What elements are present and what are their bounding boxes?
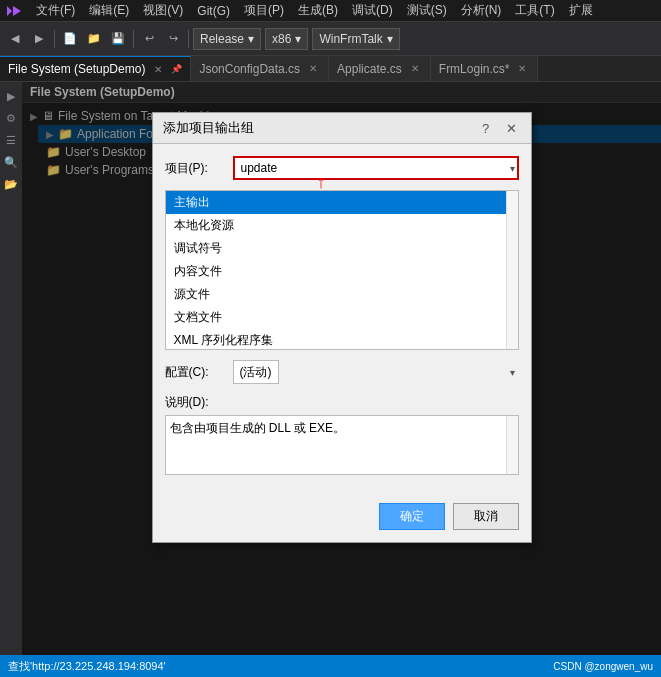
tab-pin-icon[interactable]: 📌 <box>171 64 182 74</box>
list-item-source-files[interactable]: 源文件 <box>166 283 518 306</box>
release-label: Release <box>200 32 244 46</box>
config-row: 配置(C): (活动) ▾ <box>165 360 519 384</box>
list-item-debug-symbols[interactable]: 调试符号 <box>166 237 518 260</box>
tab-file-system[interactable]: File System (SetupDemo) ✕ 📌 <box>0 56 191 81</box>
menubar: 文件(F) 编辑(E) 视图(V) Git(G) 项目(P) 生成(B) 调试(… <box>0 0 661 22</box>
sidebar-icon-1[interactable]: ▶ <box>1 86 21 106</box>
cancel-button[interactable]: 取消 <box>453 503 519 530</box>
sidebar-icon-3[interactable]: ☰ <box>1 130 21 150</box>
tab-frm-login-label: FrmLogin.cs* <box>439 62 510 76</box>
statusbar-right: CSDN @zongwen_wu <box>553 661 653 672</box>
dialog-help-button[interactable]: ? <box>477 119 495 137</box>
tab-file-system-label: File System (SetupDemo) <box>8 62 145 76</box>
config-select[interactable]: (活动) <box>233 360 279 384</box>
dialog-overlay: 添加项目输出组 ? ✕ 项目(P): update <box>22 82 661 655</box>
sidebar-icons: ▶ ⚙ ☰ 🔍 📂 <box>0 82 22 655</box>
tab-json[interactable]: JsonConfigData.cs ✕ <box>191 56 329 81</box>
list-item-xml-serialization[interactable]: XML 序列化程序集 <box>166 329 518 350</box>
ok-button[interactable]: 确定 <box>379 503 445 530</box>
release-dropdown[interactable]: Release ▾ <box>193 28 261 50</box>
toolbar-divider-1 <box>54 30 55 48</box>
config-select-container: (活动) ▾ <box>233 360 519 384</box>
project-row: 项目(P): update ▾ <box>165 156 519 180</box>
desc-text: 包含由项目生成的 DLL 或 EXE。 <box>170 421 346 435</box>
dialog-body: 项目(P): update ▾ ↑ 此处选择需要打包的主项目 <box>153 144 531 497</box>
undo-button[interactable]: ↩ <box>138 28 160 50</box>
tab-applicate[interactable]: Applicate.cs ✕ <box>329 56 431 81</box>
list-item-localized[interactable]: 本地化资源 <box>166 214 518 237</box>
tab-file-system-close[interactable]: ✕ <box>151 62 165 76</box>
list-area: ↑ 此处选择需要打包的主项目 主输出 本地化资源 调试符号 内容文件 源文件 文… <box>165 190 519 350</box>
tab-applicate-label: Applicate.cs <box>337 62 402 76</box>
config-label: 配置(C): <box>165 364 225 381</box>
arch-arrow-icon: ▾ <box>295 32 301 46</box>
sidebar-icon-2[interactable]: ⚙ <box>1 108 21 128</box>
desc-box: 包含由项目生成的 DLL 或 EXE。 <box>165 415 519 475</box>
redo-button[interactable]: ↪ <box>162 28 184 50</box>
sidebar-icon-5[interactable]: 📂 <box>1 174 21 194</box>
dialog-title: 添加项目输出组 <box>163 119 254 137</box>
status-watermark: CSDN @zongwen_wu <box>553 661 653 672</box>
tab-json-label: JsonConfigData.cs <box>199 62 300 76</box>
menu-edit[interactable]: 编辑(E) <box>83 0 135 21</box>
menu-test[interactable]: 测试(S) <box>401 0 453 21</box>
project-dropdown[interactable]: WinFrmTalk ▾ <box>312 28 399 50</box>
desc-section: 说明(D): 包含由项目生成的 DLL 或 EXE。 <box>165 394 519 475</box>
project-arrow-icon: ▾ <box>387 32 393 46</box>
project-label: 项目(P): <box>165 160 225 177</box>
project-label: WinFrmTalk <box>319 32 382 46</box>
dialog-titlebar: 添加项目输出组 ? ✕ <box>153 113 531 144</box>
toolbar-divider-2 <box>133 30 134 48</box>
main-area: ▶ ⚙ ☰ 🔍 📂 File System (SetupDemo) ▶ 🖥 Fi… <box>0 82 661 655</box>
tab-frm-login-close[interactable]: ✕ <box>515 62 529 76</box>
list-item-doc-files[interactable]: 文档文件 <box>166 306 518 329</box>
menu-analyze[interactable]: 分析(N) <box>455 0 508 21</box>
tabbar: File System (SetupDemo) ✕ 📌 JsonConfigDa… <box>0 56 661 82</box>
desc-label: 说明(D): <box>165 394 519 411</box>
dialog-list[interactable]: 主输出 本地化资源 调试符号 内容文件 源文件 文档文件 XML 序列化程序集 <box>165 190 519 350</box>
menu-extensions[interactable]: 扩展 <box>563 0 599 21</box>
back-button[interactable]: ◀ <box>4 28 26 50</box>
desc-scrollbar[interactable] <box>506 416 518 474</box>
statusbar: 查找'http://23.225.248.194:8094' CSDN @zon… <box>0 655 661 677</box>
open-button[interactable]: 📁 <box>83 28 105 50</box>
toolbar-divider-3 <box>188 30 189 48</box>
list-item-content-files[interactable]: 内容文件 <box>166 260 518 283</box>
config-select-arrow-icon: ▾ <box>510 367 515 378</box>
menu-build[interactable]: 生成(B) <box>292 0 344 21</box>
dialog-footer: 确定 取消 <box>153 497 531 542</box>
list-item-main-output[interactable]: 主输出 <box>166 191 518 214</box>
tab-frm-login[interactable]: FrmLogin.cs* ✕ <box>431 56 539 81</box>
project-select-container: update ▾ <box>233 156 519 180</box>
menu-view[interactable]: 视图(V) <box>137 0 189 21</box>
menu-project[interactable]: 项目(P) <box>238 0 290 21</box>
list-scrollbar[interactable] <box>506 191 518 349</box>
dialog: 添加项目输出组 ? ✕ 项目(P): update <box>152 112 532 543</box>
forward-button[interactable]: ▶ <box>28 28 50 50</box>
menu-debug[interactable]: 调试(D) <box>346 0 399 21</box>
project-select[interactable]: update <box>233 156 519 180</box>
toolbar: ◀ ▶ 📄 📁 💾 ↩ ↪ Release ▾ x86 ▾ WinFrmTalk… <box>0 22 661 56</box>
new-file-button[interactable]: 📄 <box>59 28 81 50</box>
tab-applicate-close[interactable]: ✕ <box>408 62 422 76</box>
status-url: 查找'http://23.225.248.194:8094' <box>8 659 166 674</box>
save-button[interactable]: 💾 <box>107 28 129 50</box>
sidebar-icon-4[interactable]: 🔍 <box>1 152 21 172</box>
statusbar-left: 查找'http://23.225.248.194:8094' <box>8 659 166 674</box>
dropdown-arrow-icon: ▾ <box>248 32 254 46</box>
file-tree-area: File System (SetupDemo) ▶ 🖥 File System … <box>22 82 661 655</box>
menu-file[interactable]: 文件(F) <box>30 0 81 21</box>
arch-label: x86 <box>272 32 291 46</box>
tab-json-close[interactable]: ✕ <box>306 62 320 76</box>
arch-dropdown[interactable]: x86 ▾ <box>265 28 308 50</box>
dialog-controls: ? ✕ <box>477 119 521 137</box>
dialog-close-button[interactable]: ✕ <box>503 119 521 137</box>
menu-git[interactable]: Git(G) <box>191 2 236 20</box>
vs-logo <box>4 1 24 21</box>
menu-tools[interactable]: 工具(T) <box>509 0 560 21</box>
